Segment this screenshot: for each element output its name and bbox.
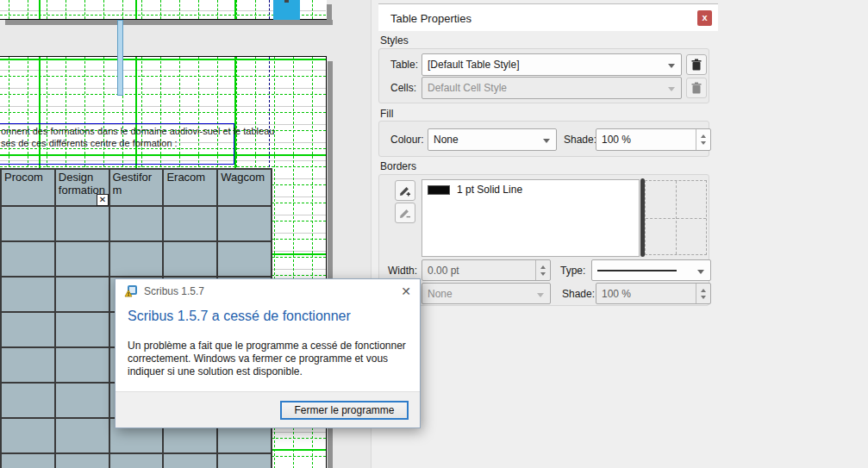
chevron-down-icon bbox=[543, 139, 550, 143]
grid-line bbox=[84, 0, 85, 19]
panel-header[interactable]: Table Properties x bbox=[378, 3, 718, 31]
table-cell[interactable] bbox=[2, 242, 56, 278]
dialog-footer: Fermer le programme bbox=[116, 391, 420, 427]
borders-section-label: Borders bbox=[380, 160, 416, 172]
table-cell[interactable] bbox=[56, 313, 110, 348]
page-shadow bbox=[327, 4, 332, 20]
table-cell[interactable] bbox=[56, 278, 110, 313]
table-cell[interactable] bbox=[2, 348, 56, 384]
delete-cell-style-button[interactable] bbox=[686, 78, 707, 98]
selected-left-border[interactable] bbox=[640, 178, 645, 257]
table-style-value: [Default Table Style] bbox=[428, 59, 520, 71]
border-selector-preview[interactable] bbox=[640, 178, 709, 257]
table-cell[interactable] bbox=[2, 207, 56, 242]
table-cell[interactable] bbox=[56, 454, 110, 468]
delete-table-style-button[interactable] bbox=[686, 54, 707, 75]
spinner-arrows-icon[interactable] bbox=[696, 129, 710, 150]
dialog-body-text: Un problème a fait que le programme a ce… bbox=[128, 340, 417, 378]
table-cell[interactable] bbox=[56, 419, 110, 454]
table-cell[interactable] bbox=[218, 207, 272, 242]
border-shade-spinner[interactable]: 100 % bbox=[596, 283, 711, 304]
grid-line bbox=[47, 0, 47, 19]
crash-dialog: Scribus 1.5.7 ✕ Scribus 1.5.7 a cessé de… bbox=[115, 278, 421, 428]
fill-shade-label: Shade: bbox=[564, 134, 596, 146]
table-cell[interactable] bbox=[56, 384, 110, 419]
table-cell[interactable] bbox=[56, 207, 110, 242]
table-header-cell[interactable]: Wagcom bbox=[218, 170, 272, 207]
table-cell[interactable] bbox=[110, 242, 165, 278]
table-cell[interactable] bbox=[110, 454, 165, 468]
table-style-select[interactable]: [Default Table Style] bbox=[422, 53, 682, 76]
table-header-cell[interactable]: Eracom bbox=[164, 170, 218, 207]
chevron-down-icon bbox=[668, 64, 675, 68]
table-cell[interactable] bbox=[2, 454, 56, 468]
close-program-button[interactable]: Fermer le programme bbox=[280, 401, 409, 420]
grid-line bbox=[255, 0, 256, 19]
grid-line bbox=[0, 106, 326, 107]
grid-line bbox=[122, 0, 123, 19]
table-cell[interactable] bbox=[2, 384, 56, 419]
blue-line-object[interactable] bbox=[117, 20, 123, 96]
fill-colour-value: None bbox=[434, 134, 459, 146]
table-cell[interactable] bbox=[2, 278, 56, 313]
border-width-spinner[interactable]: 0.00 pt bbox=[422, 259, 551, 281]
panel-close-button[interactable]: x bbox=[697, 10, 712, 26]
remove-border-line-button[interactable] bbox=[395, 203, 415, 223]
grid-line bbox=[0, 94, 326, 95]
chevron-down-icon bbox=[697, 270, 704, 274]
border-preview-grid[interactable] bbox=[645, 180, 707, 255]
fill-shade-value: 100 % bbox=[602, 134, 631, 146]
grid-line bbox=[0, 59, 326, 60]
grid-line bbox=[66, 0, 66, 19]
table-cell[interactable] bbox=[218, 242, 272, 278]
trash-icon bbox=[691, 82, 702, 94]
scribus-app-window: onnent des formations dans le domaine au… bbox=[0, 0, 868, 468]
table-cell[interactable] bbox=[218, 454, 272, 468]
image-placeholder-icon[interactable]: ✕ bbox=[97, 194, 109, 206]
cyan-shape-object[interactable] bbox=[273, 0, 300, 20]
fill-section-label: Fill bbox=[380, 108, 393, 120]
table-cell[interactable] bbox=[164, 454, 218, 468]
grid-line bbox=[198, 0, 199, 19]
fill-shade-spinner[interactable]: 100 % bbox=[596, 128, 711, 151]
table-row bbox=[2, 454, 272, 468]
line-colour-swatch bbox=[428, 185, 450, 195]
panel-title: Table Properties bbox=[390, 12, 471, 25]
table-properties-panel: Table Properties x Styles Table: [Defaul… bbox=[371, 0, 868, 468]
chevron-down-icon bbox=[537, 293, 544, 297]
dialog-close-icon[interactable]: ✕ bbox=[397, 283, 415, 300]
grid-line bbox=[0, 88, 326, 89]
table-cell[interactable] bbox=[2, 419, 56, 454]
grid-line bbox=[236, 0, 237, 19]
cells-style-select[interactable]: Default Cell Style bbox=[422, 77, 682, 99]
spinner-arrows-icon[interactable] bbox=[535, 260, 550, 280]
table-cell[interactable] bbox=[164, 242, 218, 278]
table-cell[interactable] bbox=[56, 348, 110, 384]
grid-line bbox=[103, 0, 104, 19]
grid-line bbox=[269, 0, 270, 19]
trash-icon bbox=[691, 59, 702, 71]
table-row bbox=[2, 207, 272, 242]
border-type-label: Type: bbox=[560, 265, 585, 277]
shape-handle[interactable] bbox=[284, 0, 289, 3]
table-cell[interactable] bbox=[56, 242, 110, 278]
border-lines-list[interactable]: 1 pt Solid Line bbox=[422, 179, 640, 257]
border-colour-value: None bbox=[428, 288, 453, 300]
frame-text-line1: onnent des formations dans le domaine au… bbox=[1, 126, 298, 138]
table-cell[interactable] bbox=[2, 313, 56, 348]
border-line-item[interactable]: 1 pt Solid Line bbox=[422, 180, 639, 199]
fill-colour-select[interactable]: None bbox=[428, 128, 557, 151]
dialog-title: Scribus 1.5.7 bbox=[144, 285, 204, 297]
spinner-arrows-icon[interactable] bbox=[696, 284, 710, 303]
border-colour-select[interactable]: None bbox=[422, 283, 551, 304]
border-type-select[interactable] bbox=[591, 259, 711, 281]
app-warning-icon bbox=[124, 284, 138, 298]
table-header-cell[interactable]: Procom bbox=[2, 170, 56, 207]
table-cell[interactable] bbox=[110, 207, 165, 242]
table-header-cell[interactable]: Gestifor m bbox=[110, 170, 165, 207]
table-cell[interactable] bbox=[164, 207, 218, 242]
grid-line bbox=[28, 0, 28, 19]
table-style-label: Table: bbox=[390, 59, 418, 71]
add-border-line-button[interactable] bbox=[395, 180, 415, 201]
grid-line bbox=[9, 0, 9, 19]
